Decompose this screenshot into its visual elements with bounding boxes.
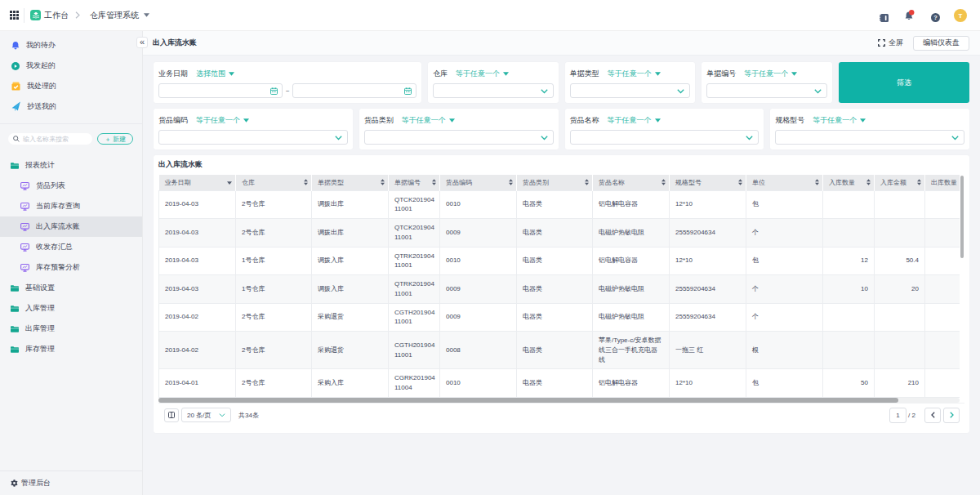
svg-text:?: ? [933,14,938,21]
